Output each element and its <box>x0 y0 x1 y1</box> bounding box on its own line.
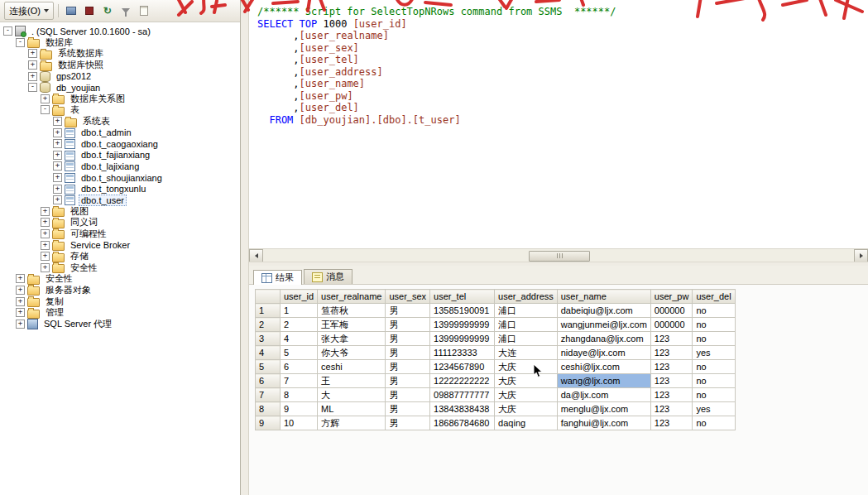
grid-cell[interactable]: 大庆 <box>495 374 558 388</box>
grid-row-header[interactable]: 9 <box>256 416 281 430</box>
tree-item-storage[interactable]: +存储 <box>0 251 240 262</box>
expand-toggle-icon[interactable]: + <box>28 49 37 58</box>
grid-cell[interactable]: no <box>693 360 735 374</box>
tab-messages[interactable]: 消息 <box>304 269 352 284</box>
expand-toggle-icon[interactable]: + <box>41 94 50 103</box>
grid-cell[interactable]: 6 <box>281 360 318 374</box>
grid-cell[interactable]: no <box>693 374 735 388</box>
grid-cell[interactable]: wangjunmei@ljx.com <box>557 318 650 332</box>
expand-toggle-icon[interactable]: + <box>53 161 62 171</box>
expand-toggle-icon[interactable]: + <box>41 263 50 272</box>
grid-cell[interactable]: 男 <box>386 374 430 388</box>
expand-toggle-icon[interactable]: + <box>16 320 25 329</box>
grid-cell[interactable]: 大 <box>318 388 386 402</box>
grid-cell[interactable]: 13843838438 <box>430 402 495 416</box>
grid-cell[interactable]: ML <box>318 402 386 416</box>
grid-cell[interactable]: dabeiqiu@ljx.com <box>557 304 650 318</box>
expand-toggle-icon[interactable]: + <box>16 297 25 306</box>
grid-cell[interactable]: 浦口 <box>495 304 558 318</box>
sql-editor[interactable]: /****** Script for SelectTopNRows comman… <box>249 0 868 248</box>
tree-item-system-tables[interactable]: +系统表 <box>0 116 240 127</box>
script-icon[interactable] <box>136 2 152 19</box>
grid-row-header[interactable]: 3 <box>256 332 281 346</box>
tree-item-system-databases[interactable]: +系统数据库 <box>0 48 240 60</box>
grid-cell[interactable]: 09887777777 <box>430 388 495 402</box>
expand-toggle-icon[interactable]: + <box>53 151 62 160</box>
grid-cell[interactable]: yes <box>693 402 735 416</box>
grid-cell[interactable]: da@ljx.com <box>557 388 650 402</box>
grid-cell[interactable]: 18686784680 <box>430 416 495 430</box>
column-header-user_id[interactable]: user_id <box>281 290 318 304</box>
grid-corner-header[interactable] <box>256 290 281 304</box>
grid-cell[interactable]: menglu@ljx.com <box>557 402 650 416</box>
grid-cell[interactable]: yes <box>693 346 735 360</box>
grid-cell[interactable]: 1 <box>281 304 318 318</box>
collapse-toggle-icon[interactable]: - <box>41 105 50 114</box>
grid-cell[interactable]: 4 <box>281 332 318 346</box>
grid-cell[interactable]: 123 <box>650 346 693 360</box>
expand-toggle-icon[interactable]: + <box>53 173 62 182</box>
grid-cell[interactable]: 123 <box>650 360 693 374</box>
collapse-toggle-icon[interactable]: - <box>3 26 12 36</box>
grid-cell[interactable]: 10 <box>281 416 318 430</box>
grid-cell[interactable]: 123 <box>650 374 693 388</box>
tree-item-db-security[interactable]: +安全性 <box>0 262 240 273</box>
grid-cell[interactable]: zhangdana@ljx.com <box>557 332 650 346</box>
expand-toggle-icon[interactable]: + <box>41 241 50 250</box>
grid-cell[interactable]: 大庆 <box>495 388 558 402</box>
column-header-user_name[interactable]: user_name <box>557 290 650 304</box>
grid-cell[interactable]: 男 <box>386 388 430 402</box>
grid-cell[interactable]: 5 <box>281 346 318 360</box>
tree-item-database-snapshots[interactable]: +数据库快照 <box>0 60 240 71</box>
disconnect-icon[interactable] <box>63 2 79 19</box>
scroll-right-button[interactable] <box>854 249 868 262</box>
grid-row-header[interactable]: 6 <box>256 374 281 388</box>
grid-row-header[interactable]: 4 <box>256 346 281 360</box>
grid-cell[interactable]: 男 <box>386 402 430 416</box>
tree-item-service-broker[interactable]: +Service Broker <box>0 239 240 251</box>
grid-cell[interactable]: wang@ljx.com <box>557 374 650 388</box>
grid-cell[interactable]: 你大爷 <box>318 346 386 360</box>
grid-cell[interactable]: ceshi <box>318 360 386 374</box>
grid-cell[interactable]: 13999999999 <box>430 318 495 332</box>
tree-item-replication[interactable]: +复制 <box>0 296 240 307</box>
grid-cell[interactable]: no <box>693 304 735 318</box>
tree-item-tables[interactable]: -表 <box>0 104 240 116</box>
grid-row-header[interactable]: 5 <box>256 360 281 374</box>
grid-cell[interactable]: 男 <box>386 416 430 430</box>
tree-item-sql-server-agent[interactable]: +SQL Server 代理 <box>0 318 240 329</box>
grid-cell[interactable]: 7 <box>281 374 318 388</box>
editor-horizontal-scrollbar[interactable] <box>249 248 868 262</box>
grid-cell[interactable]: 123 <box>650 416 693 430</box>
tree-item-t-admin[interactable]: +dbo.t_admin <box>0 127 240 138</box>
grid-cell[interactable]: 2 <box>281 318 318 332</box>
vertical-splitter[interactable] <box>241 0 249 495</box>
grid-cell[interactable]: 8 <box>281 388 318 402</box>
grid-cell[interactable]: 男 <box>386 318 430 332</box>
expand-toggle-icon[interactable]: + <box>53 195 62 204</box>
grid-row-header[interactable]: 8 <box>256 402 281 416</box>
grid-cell[interactable]: 9 <box>281 402 318 416</box>
expand-toggle-icon[interactable]: + <box>16 308 25 317</box>
filter-icon[interactable] <box>117 2 134 19</box>
grid-cell[interactable]: 000000 <box>650 304 693 318</box>
grid-row-header[interactable]: 2 <box>256 318 281 332</box>
expand-toggle-icon[interactable]: + <box>41 207 50 216</box>
grid-cell[interactable]: 王 <box>318 374 386 388</box>
grid-cell[interactable]: 男 <box>386 360 430 374</box>
expand-toggle-icon[interactable]: + <box>41 229 50 238</box>
grid-cell[interactable]: 13999999999 <box>430 332 495 346</box>
grid-cell[interactable]: 张大拿 <box>318 332 386 346</box>
grid-cell[interactable]: 123 <box>650 388 693 402</box>
scrollbar-thumb[interactable] <box>529 251 590 262</box>
collapse-toggle-icon[interactable]: - <box>28 83 37 92</box>
grid-cell[interactable]: 111123333 <box>430 346 495 360</box>
tree-item-database-diagrams[interactable]: +数据库关系图 <box>0 94 240 105</box>
tree-item-management[interactable]: +管理 <box>0 307 240 319</box>
grid-cell[interactable]: 1234567890 <box>430 360 495 374</box>
connect-button[interactable]: 连接(O) <box>4 2 54 20</box>
column-header-user_pw[interactable]: user_pw <box>650 290 693 304</box>
grid-cell[interactable]: 123 <box>650 332 693 346</box>
grid-cell[interactable]: 12222222222 <box>430 374 495 388</box>
grid-cell[interactable]: 王军梅 <box>318 318 386 332</box>
